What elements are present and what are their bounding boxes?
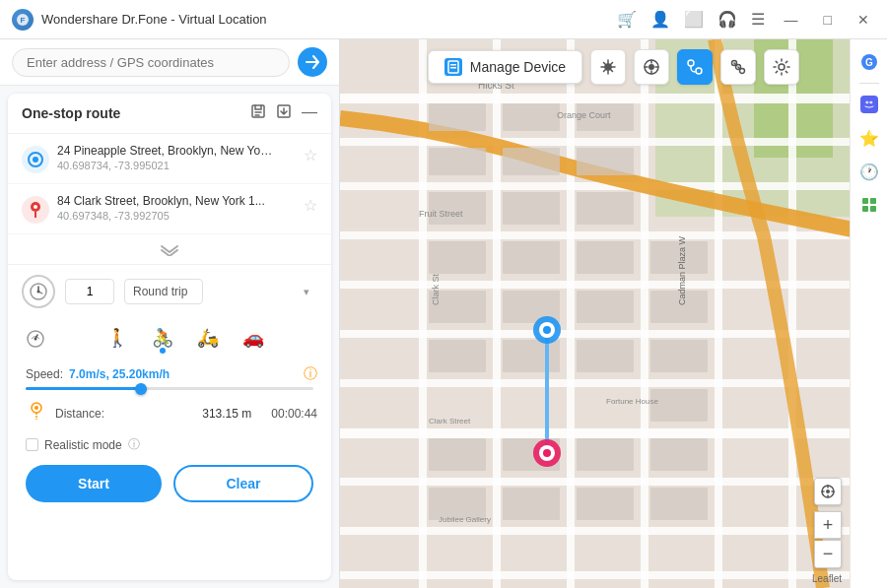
route-minimize-icon[interactable]: —	[302, 103, 317, 123]
route-title: One-stop route	[22, 105, 250, 121]
main-layout: One-stop route — 24 Pineapple St	[0, 39, 887, 588]
svg-rect-32	[715, 39, 722, 588]
left-panel: One-stop route — 24 Pineapple St	[0, 39, 340, 588]
manage-device-icon	[444, 58, 462, 76]
svg-text:G: G	[865, 57, 873, 68]
svg-rect-55	[429, 438, 486, 471]
trip-type-select[interactable]: Round trip One trip Infinite loop	[124, 279, 203, 304]
realistic-mode-row: Realistic mode ⓘ	[22, 436, 317, 453]
titlebar: F Wondershare Dr.Fone - Virtual Location…	[0, 0, 887, 39]
svg-text:Jubilee Gallery: Jubilee Gallery	[439, 515, 491, 524]
expand-arrow[interactable]	[8, 234, 331, 264]
svg-rect-45	[503, 340, 560, 372]
svg-point-90	[779, 64, 785, 70]
star-sidebar-btn[interactable]: ⭐	[854, 123, 884, 153]
manage-device-button[interactable]: Manage Device	[428, 50, 582, 84]
svg-rect-80	[450, 64, 456, 66]
speed-slider-track[interactable]	[26, 387, 313, 390]
maximize-button[interactable]: □	[818, 10, 838, 30]
titlebar-icon-4[interactable]: 🎧	[717, 10, 737, 29]
titlebar-left: F Wondershare Dr.Fone - Virtual Location	[12, 9, 267, 31]
svg-rect-37	[429, 241, 486, 274]
svg-rect-42	[503, 192, 560, 225]
svg-rect-94	[862, 198, 868, 204]
grid-sidebar-btn[interactable]	[854, 190, 884, 220]
stop-address-1: 24 Pineapple Street, Brooklyn, New York …	[57, 144, 274, 158]
svg-rect-40	[503, 103, 560, 131]
svg-rect-51	[577, 340, 634, 372]
svg-rect-48	[577, 192, 634, 225]
speed-info-icon[interactable]: ⓘ	[304, 365, 317, 383]
zoom-out-button[interactable]: −	[814, 541, 842, 568]
waypoint-tool-btn[interactable]	[720, 49, 756, 85]
route-tool-btn[interactable]	[677, 49, 713, 85]
svg-point-99	[826, 490, 830, 493]
svg-rect-93	[860, 96, 878, 113]
svg-rect-58	[503, 488, 560, 520]
titlebar-icon-1[interactable]: 🛒	[617, 10, 637, 29]
svg-point-86	[696, 68, 702, 74]
speed-meter-icon	[22, 324, 49, 352]
realistic-info-icon[interactable]: ⓘ	[128, 436, 140, 453]
svg-point-85	[688, 60, 694, 66]
transport-car-btn[interactable]: 🚗	[234, 320, 273, 356]
svg-text:Clark St: Clark St	[431, 273, 441, 305]
svg-rect-29	[493, 39, 501, 588]
route-stop-2: 84 Clark Street, Brooklyn, New York 1...…	[8, 184, 331, 234]
locate-button[interactable]	[814, 478, 842, 505]
distance-label: Distance:	[55, 407, 194, 421]
map-controls-bottom-right: + −	[814, 478, 842, 568]
titlebar-icon-3[interactable]: ⬜	[684, 10, 704, 29]
app-title: Wondershare Dr.Fone - Virtual Location	[41, 12, 267, 27]
svg-rect-81	[450, 67, 456, 69]
svg-point-5	[33, 157, 38, 163]
route-save-icon[interactable]	[250, 103, 266, 123]
transport-modes: 🚶 🚴 🛵 🚗	[53, 320, 317, 356]
map-right-sidebar: G ⭐ 🕐	[850, 39, 887, 588]
clear-button[interactable]: Clear	[173, 465, 313, 502]
distance-value: 313.15 m	[202, 407, 251, 421]
speed-slider-container	[22, 387, 317, 400]
minimize-button[interactable]: —	[779, 10, 804, 30]
stop-coords-2: 40.697348, -73.992705	[57, 210, 296, 222]
titlebar-icon-2[interactable]: 👤	[650, 10, 670, 29]
google-maps-sidebar-btn[interactable]: G	[854, 47, 884, 77]
svg-rect-61	[650, 389, 708, 422]
transport-row: 🚶 🚴 🛵 🚗	[22, 320, 317, 356]
svg-rect-35	[429, 148, 486, 175]
discord-sidebar-btn[interactable]	[854, 90, 884, 119]
close-button[interactable]: ✕	[852, 10, 875, 30]
stop-star-2[interactable]: ☆	[304, 196, 317, 215]
teleport-tool-btn[interactable]	[590, 49, 626, 85]
svg-rect-96	[862, 206, 868, 212]
svg-rect-59	[577, 438, 634, 471]
trip-controls: 1 Round trip One trip Infinite loop	[22, 275, 317, 308]
realistic-mode-checkbox[interactable]	[26, 438, 38, 451]
svg-text:Orange Court: Orange Court	[557, 110, 611, 120]
settings-tool-btn[interactable]	[764, 49, 799, 85]
transport-bike-btn[interactable]: 🚴	[143, 320, 182, 356]
search-go-button[interactable]	[298, 47, 327, 77]
app-logo: F	[12, 9, 34, 31]
titlebar-icon-5[interactable]: ☰	[751, 10, 765, 29]
transport-walk-btn[interactable]: 🚶	[98, 320, 137, 356]
svg-rect-39	[429, 340, 486, 372]
titlebar-controls: 🛒 👤 ⬜ 🎧 ☰ — □ ✕	[617, 10, 875, 30]
svg-point-69	[543, 449, 551, 457]
svg-rect-30	[567, 39, 575, 588]
stop-text-2: 84 Clark Street, Brooklyn, New York 1...…	[57, 194, 296, 222]
start-button[interactable]: Start	[26, 465, 162, 502]
route-header-icons: —	[250, 103, 317, 123]
trip-count-input[interactable]: 1	[65, 279, 114, 304]
distance-icon	[26, 400, 47, 426]
trip-type-select-wrapper: Round trip One trip Infinite loop	[124, 279, 317, 304]
transport-moped-btn[interactable]: 🛵	[188, 320, 228, 356]
sidebar-divider-1	[859, 83, 879, 84]
zoom-in-button[interactable]: +	[814, 511, 842, 539]
map-area[interactable]: Hicks St Clark St Cadman Plaza W Pineapp…	[340, 39, 887, 588]
search-input[interactable]	[12, 48, 290, 77]
stop-star-1[interactable]: ☆	[304, 146, 317, 164]
clock-sidebar-btn[interactable]: 🕐	[854, 157, 884, 186]
joystick-tool-btn[interactable]	[634, 49, 669, 85]
route-export-icon[interactable]	[276, 103, 292, 123]
